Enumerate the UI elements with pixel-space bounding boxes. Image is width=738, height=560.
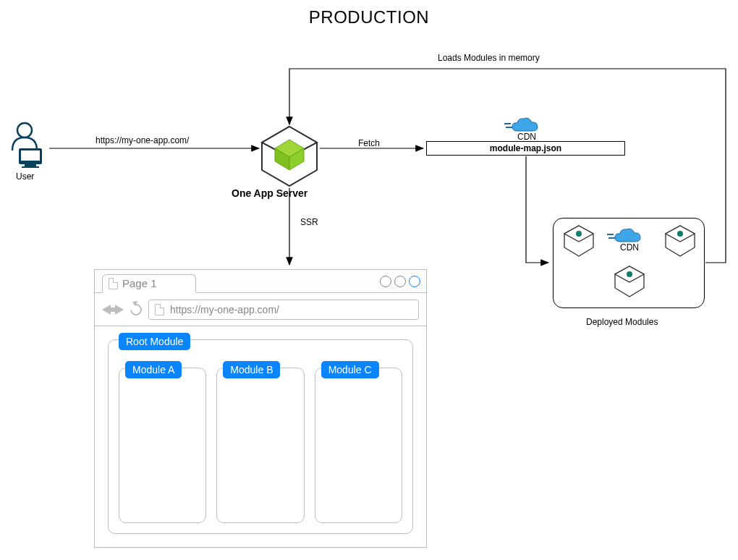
nav-forward-button[interactable] [115, 305, 124, 315]
module-c-box: Module C [315, 368, 402, 523]
svg-rect-6 [25, 164, 36, 166]
tab-title: Page 1 [122, 277, 157, 289]
page-icon [109, 278, 118, 289]
diagram-title: PRODUCTION [0, 7, 738, 27]
nav-back-button[interactable] [102, 305, 111, 315]
window-button-min[interactable] [380, 276, 391, 287]
window-buttons [380, 276, 420, 287]
window-button-max[interactable] [394, 276, 406, 287]
browser-viewport: Root Module Module A Module B Module C [95, 326, 426, 547]
user-icon [12, 123, 42, 168]
edge-label-ssr: SSR [300, 217, 318, 227]
deployed-modules-box [553, 218, 705, 308]
page-icon [155, 304, 164, 315]
svg-point-3 [17, 123, 32, 137]
edge-label-fetch: Fetch [358, 138, 380, 148]
svg-rect-7 [22, 166, 39, 168]
browser-toolbar: https://my-one-app.com/ [95, 293, 426, 326]
edge-label-loads-modules: Loads Modules in memory [438, 53, 540, 63]
svg-rect-4 [19, 148, 42, 164]
window-button-close[interactable] [409, 276, 420, 287]
module-a-box: Module A [119, 368, 206, 523]
edge-label-user-to-server: https://my-one-app.com/ [96, 135, 189, 145]
server-label: One App Server [232, 187, 308, 199]
address-url: https://my-one-app.com/ [170, 304, 279, 315]
address-bar[interactable]: https://my-one-app.com/ [148, 300, 419, 320]
user-label: User [16, 171, 34, 182]
root-module-box: Root Module Module A Module B Module C [108, 339, 413, 534]
browser-tab[interactable]: Page 1 [102, 274, 196, 293]
deployed-modules-label: Deployed Modules [586, 317, 658, 327]
browser-window: Page 1 https://my-one-app.com/ Root Modu… [94, 269, 427, 548]
module-map-box: module-map.json [426, 141, 625, 156]
svg-rect-5 [21, 150, 40, 161]
module-b-tag: Module B [223, 361, 280, 378]
browser-tabbar: Page 1 [95, 270, 426, 293]
nav-refresh-button[interactable] [128, 301, 145, 318]
module-a-tag: Module A [125, 361, 182, 378]
module-b-box: Module B [216, 368, 304, 523]
cdn-label-top: CDN [517, 132, 536, 142]
root-module-tag: Root Module [119, 333, 190, 350]
module-c-tag: Module C [321, 361, 379, 378]
